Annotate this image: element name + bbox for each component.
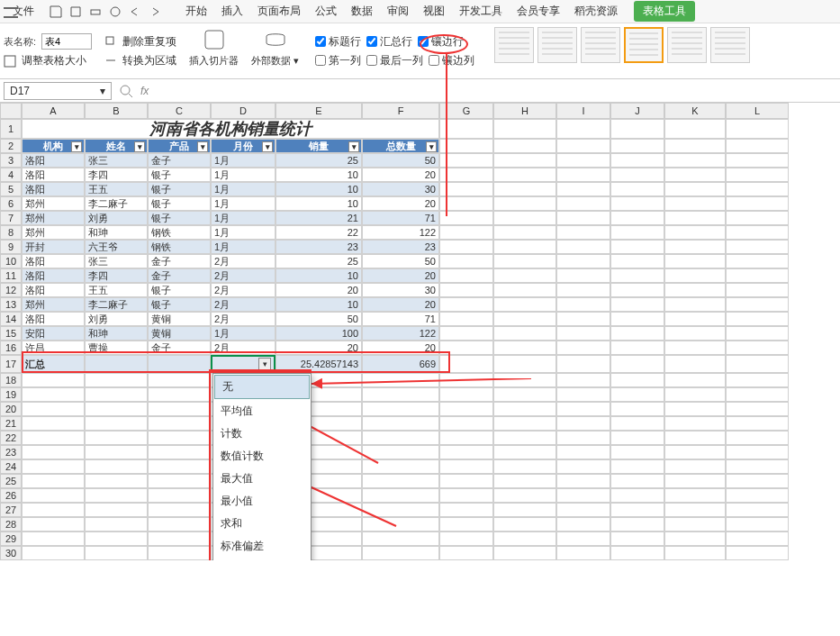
rowhead[interactable]: 23 xyxy=(0,445,22,459)
cell[interactable] xyxy=(493,445,556,459)
rowhead[interactable]: 10 xyxy=(0,254,22,268)
cell[interactable] xyxy=(439,119,493,139)
cell[interactable] xyxy=(362,445,439,459)
rowhead[interactable]: 16 xyxy=(0,341,22,355)
table-cell[interactable]: 银子 xyxy=(148,283,211,297)
checkbox-header-row[interactable]: 标题行 xyxy=(315,34,361,50)
tab-insert[interactable]: 插入 xyxy=(221,4,243,19)
cell[interactable] xyxy=(85,517,148,532)
cell[interactable] xyxy=(726,459,789,474)
table-cell[interactable]: 金子 xyxy=(148,153,211,168)
rowhead[interactable]: 18 xyxy=(0,373,22,387)
cell[interactable] xyxy=(362,431,439,445)
cell[interactable] xyxy=(439,326,493,341)
cell[interactable] xyxy=(664,488,726,503)
cell[interactable] xyxy=(664,119,726,139)
totals-cell-D[interactable]: ▾ xyxy=(211,355,275,373)
cell[interactable] xyxy=(610,503,664,517)
cell[interactable] xyxy=(493,139,556,153)
cell[interactable] xyxy=(493,459,556,474)
table-cell[interactable]: 六王爷 xyxy=(85,240,148,254)
table-cell[interactable]: 2月 xyxy=(211,312,275,326)
cell[interactable] xyxy=(726,503,789,517)
cell[interactable] xyxy=(664,341,726,355)
table-cell[interactable]: 10 xyxy=(275,168,362,182)
rowhead[interactable]: 17 xyxy=(0,355,22,373)
cell[interactable] xyxy=(556,196,610,211)
cell[interactable] xyxy=(664,225,726,240)
cell[interactable] xyxy=(556,402,610,416)
select-all-corner[interactable] xyxy=(0,103,22,119)
cell[interactable] xyxy=(726,341,789,355)
colhead-C[interactable]: C xyxy=(148,103,211,119)
cell[interactable] xyxy=(556,254,610,268)
table-cell[interactable]: 20 xyxy=(362,297,439,312)
cell[interactable] xyxy=(610,268,664,283)
cell[interactable] xyxy=(610,211,664,225)
table-cell[interactable]: 20 xyxy=(275,341,362,355)
redo-icon[interactable] xyxy=(148,5,162,19)
cell[interactable] xyxy=(85,546,148,560)
rowhead[interactable]: 12 xyxy=(0,283,22,297)
cell[interactable] xyxy=(610,459,664,474)
cell[interactable] xyxy=(610,532,664,546)
table-cell[interactable]: 李四 xyxy=(85,168,148,182)
table-cell[interactable]: 黄铜 xyxy=(148,312,211,326)
table-cell[interactable]: 洛阳 xyxy=(22,283,85,297)
cell[interactable] xyxy=(439,445,493,459)
cell[interactable] xyxy=(439,532,493,546)
cell[interactable] xyxy=(610,416,664,431)
colhead-G[interactable]: G xyxy=(439,103,493,119)
cell[interactable] xyxy=(610,546,664,560)
cell[interactable] xyxy=(610,168,664,182)
table-cell[interactable]: 25 xyxy=(275,153,362,168)
cell[interactable] xyxy=(148,431,211,445)
table-cell[interactable]: 开封 xyxy=(22,240,85,254)
cell[interactable] xyxy=(610,254,664,268)
cell[interactable] xyxy=(493,416,556,431)
cell[interactable] xyxy=(362,546,439,560)
cell[interactable] xyxy=(726,532,789,546)
cell[interactable] xyxy=(610,373,664,387)
cell[interactable] xyxy=(556,387,610,402)
table-cell[interactable]: 洛阳 xyxy=(22,182,85,196)
cell[interactable] xyxy=(493,312,556,326)
cell[interactable] xyxy=(726,182,789,196)
cell[interactable] xyxy=(85,503,148,517)
cell[interactable] xyxy=(22,373,85,387)
cell[interactable] xyxy=(85,459,148,474)
cell[interactable] xyxy=(493,488,556,503)
rowhead[interactable]: 30 xyxy=(0,546,22,560)
cell[interactable] xyxy=(556,431,610,445)
dropdown-item-var[interactable]: 方差 xyxy=(213,558,311,560)
table-cell[interactable]: 钢铁 xyxy=(148,240,211,254)
cell[interactable] xyxy=(493,211,556,225)
colhead-D[interactable]: D xyxy=(211,103,275,119)
resize-table-button[interactable]: 调整表格大小 xyxy=(22,53,86,68)
cell[interactable] xyxy=(439,297,493,312)
table-cell[interactable]: 银子 xyxy=(148,211,211,225)
table-cell[interactable]: 洛阳 xyxy=(22,168,85,182)
table-cell[interactable]: 2月 xyxy=(211,341,275,355)
cell[interactable] xyxy=(439,474,493,488)
cell[interactable] xyxy=(610,387,664,402)
table-cell[interactable]: 张三 xyxy=(85,153,148,168)
cell[interactable] xyxy=(726,402,789,416)
cell[interactable] xyxy=(726,211,789,225)
table-cell[interactable]: 71 xyxy=(362,211,439,225)
table-cell[interactable]: 10 xyxy=(275,196,362,211)
cell[interactable] xyxy=(493,326,556,341)
cell[interactable] xyxy=(439,168,493,182)
cell[interactable] xyxy=(148,503,211,517)
cell[interactable] xyxy=(556,517,610,532)
save-icon[interactable] xyxy=(49,5,63,19)
rowhead[interactable]: 28 xyxy=(0,517,22,532)
remove-duplicates-button[interactable]: 删除重复项 xyxy=(122,34,176,50)
table-cell[interactable]: 1月 xyxy=(211,168,275,182)
table-cell[interactable]: 21 xyxy=(275,211,362,225)
table-cell[interactable]: 1月 xyxy=(211,240,275,254)
table-cell[interactable]: 30 xyxy=(362,283,439,297)
cell[interactable] xyxy=(610,445,664,459)
table-cell[interactable]: 银子 xyxy=(148,196,211,211)
cell[interactable] xyxy=(85,431,148,445)
